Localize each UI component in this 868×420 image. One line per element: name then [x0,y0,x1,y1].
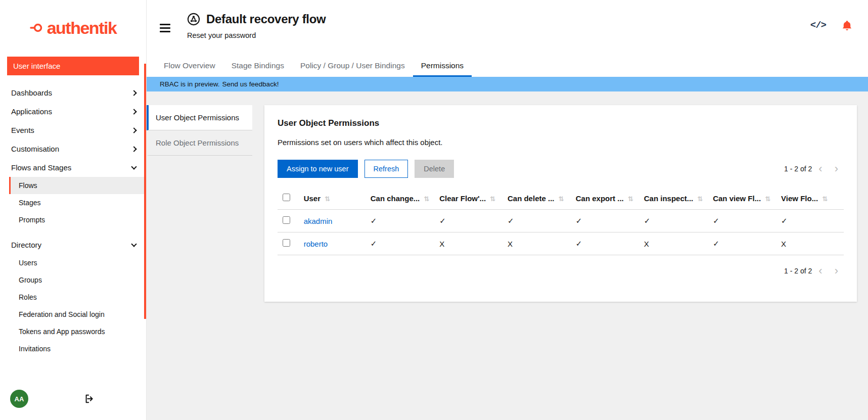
tab-user-object-permissions[interactable]: User Object Permissions [147,105,252,130]
pagination-next-icon[interactable]: › [829,163,844,174]
avatar[interactable]: AA [10,390,28,408]
pagination-bottom: 1 - 2 of 2 ‹ › [784,265,844,276]
perm-cell: X [434,232,502,255]
sidebar-item-groups[interactable]: Groups [9,271,146,289]
column-header-clear-flow[interactable]: Clear Flow'...⇅ [434,187,502,210]
sidebar-item-users[interactable]: Users [9,254,146,271]
perm-cell: ✓ [434,210,502,232]
tab-flow-overview[interactable]: Flow Overview [156,56,223,77]
perm-cell: ✓ [776,210,844,232]
authentik-logo[interactable]: authentik [0,0,146,56]
perm-cell: X [502,232,571,255]
tab-stage-bindings[interactable]: Stage Bindings [223,56,292,77]
sidebar-item-label: Customisation [11,145,59,153]
notifications-bell-icon[interactable] [841,20,853,31]
sidebar-item-label: Directory [11,241,41,249]
user-link[interactable]: roberto [304,240,328,248]
chevron-right-icon [131,127,136,133]
banner-text: RBAC is in preview. [160,80,220,88]
sidebar-item-stages[interactable]: Stages [9,194,146,211]
pagination-prev-icon[interactable]: ‹ [813,163,828,174]
select-all-checkbox[interactable] [283,194,290,201]
sidebar-item-tokens[interactable]: Tokens and App passwords [9,323,146,340]
pagination-label: 1 - 2 of 2 [784,165,812,173]
perm-cell: ✓ [366,232,434,255]
chevron-right-icon [131,146,136,152]
directory-sublist: Users Groups Roles Federation and Social… [9,254,146,357]
topbar: Default recovery flow Reset your passwor… [147,0,868,56]
card-description: Permissions set on users which affect th… [278,138,844,147]
perm-cell: X [776,232,844,255]
app-root: authentik User interface Dashboards Appl… [0,0,868,420]
sort-icon[interactable]: ⇅ [697,195,703,203]
feedback-link[interactable]: Send us feedback! [222,80,279,88]
toolbar: Assign to new user Refresh Delete 1 - 2 … [278,160,844,178]
perm-cell: ✓ [708,232,776,255]
sort-icon[interactable]: ⇅ [490,195,495,203]
card-title: User Object Permissions [278,118,844,128]
column-header-can-export[interactable]: Can export ...⇅ [571,187,639,210]
row-checkbox[interactable] [283,239,290,247]
sort-icon[interactable]: ⇅ [822,195,828,203]
sort-icon[interactable]: ⇅ [765,195,770,203]
sidebar-item-federation[interactable]: Federation and Social login [9,306,146,323]
column-header-can-inspect[interactable]: Can inspect...⇅ [639,187,708,210]
flow-icon [187,12,201,26]
sidebar-item-applications[interactable]: Applications [0,102,146,121]
perm-cell: X [639,232,708,255]
column-header-user[interactable]: User⇅ [299,187,366,210]
sidebar-item-customisation[interactable]: Customisation [0,139,146,158]
sidebar-item-directory[interactable]: Directory [0,236,146,254]
column-header-can-change[interactable]: Can change...⇅ [366,187,434,210]
pagination-label: 1 - 2 of 2 [784,267,812,275]
topbar-actions: </> [810,15,853,35]
row-checkbox[interactable] [283,216,290,224]
pagination-next-icon[interactable]: › [829,265,844,276]
sidebar-item-flows-and-stages[interactable]: Flows and Stages [0,158,146,177]
chevron-down-icon [131,164,136,169]
sidebar: authentik User interface Dashboards Appl… [0,0,147,420]
column-header-view-flow[interactable]: View Flo...⇅ [776,187,844,210]
page-title: Default recovery flow [206,12,326,26]
page-title-block: Default recovery flow Reset your passwor… [187,12,326,56]
perm-cell: ✓ [366,210,434,232]
sidebar-item-events[interactable]: Events [0,121,146,139]
authentik-logo-text: authentik [47,18,117,38]
user-link[interactable]: akadmin [304,217,333,225]
sort-icon[interactable]: ⇅ [325,195,330,203]
chevron-down-icon [131,241,136,247]
delete-button[interactable]: Delete [415,160,454,178]
tab-permissions[interactable]: Permissions [413,56,472,77]
page-tabs: Flow Overview Stage Bindings Policy / Gr… [147,56,868,77]
sort-icon[interactable]: ⇅ [558,195,564,203]
pagination-prev-icon[interactable]: ‹ [813,265,828,276]
permissions-table: User⇅ Can change...⇅ Clear Flow'...⇅ Can… [278,187,844,255]
pagination-bottom-wrap: 1 - 2 of 2 ‹ › [278,265,844,276]
pagination-top: 1 - 2 of 2 ‹ › [784,163,844,174]
main-area: Default recovery flow Reset your passwor… [147,0,868,420]
column-header-can-delete[interactable]: Can delete ...⇅ [502,187,571,210]
assign-to-new-user-button[interactable]: Assign to new user [278,160,358,178]
sidebar-footer: AA [0,383,146,420]
sidebar-item-dashboards[interactable]: Dashboards [0,83,146,102]
sidebar-item-flows[interactable]: Flows [9,177,146,194]
sidebar-scrollbar[interactable] [144,64,146,319]
user-interface-button[interactable]: User interface [7,57,139,75]
sidebar-item-invitations[interactable]: Invitations [9,340,146,357]
refresh-button[interactable]: Refresh [364,160,408,178]
logout-icon[interactable] [84,393,95,404]
tab-role-object-permissions[interactable]: Role Object Permissions [147,130,252,156]
content-area: User Object Permissions Role Object Perm… [147,91,868,420]
tab-policy-group-user-bindings[interactable]: Policy / Group / User Bindings [292,56,413,77]
sort-icon[interactable]: ⇅ [628,195,633,203]
sidebar-item-label: Flows and Stages [11,163,71,172]
sort-icon[interactable]: ⇅ [424,195,429,203]
column-header-can-view[interactable]: Can view Fl...⇅ [708,187,776,210]
hamburger-menu-icon[interactable] [160,24,170,34]
sidebar-item-prompts[interactable]: Prompts [9,211,146,228]
chevron-right-icon [131,90,136,96]
sidebar-item-label: Dashboards [11,88,52,97]
sidebar-item-roles[interactable]: Roles [9,289,146,306]
api-code-icon[interactable]: </> [810,20,826,31]
perm-cell: ✓ [571,232,639,255]
